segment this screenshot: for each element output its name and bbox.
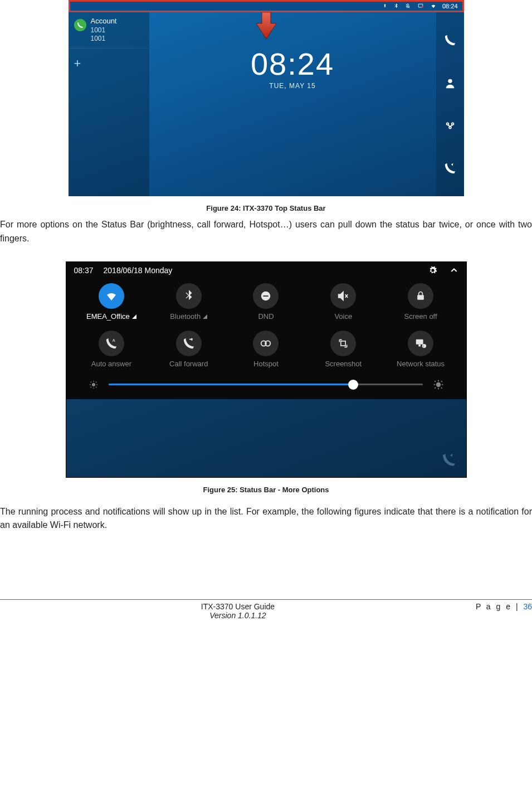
qs-voice-tile[interactable]: Voice <box>305 281 382 325</box>
svg-rect-13 <box>418 344 421 346</box>
screenshot-icon <box>338 338 349 349</box>
account-sidebar: Account 1001 1001 + <box>69 12 149 196</box>
page-footer: ITX-3370 User Guide Version 1.0.1.12 P a… <box>0 602 532 620</box>
account-label: Account <box>91 17 117 26</box>
transfer-icon <box>442 453 456 467</box>
qs-header: 08:37 2018/06/18 Monday <box>66 262 466 279</box>
hotspot-off-icon <box>417 3 424 9</box>
bluetooth-icon <box>183 290 195 302</box>
qs-hotspot-tile[interactable]: Hotspot <box>227 328 305 372</box>
wifi-icon <box>430 3 437 9</box>
qs-autoanswer-label: Auto answer <box>91 360 131 368</box>
qs-screenshot-tile[interactable]: Screenshot <box>305 328 382 372</box>
settings-icon[interactable] <box>428 266 437 275</box>
qs-screenshot-label: Screenshot <box>325 360 362 368</box>
svg-point-14 <box>422 344 426 348</box>
svg-point-17 <box>436 382 440 386</box>
brightness-slider[interactable] <box>66 372 466 399</box>
red-arrow-icon <box>255 12 277 39</box>
voice-off-icon <box>404 3 411 9</box>
svg-point-0 <box>421 6 423 8</box>
clock-date: TUE, MAY 15 <box>251 82 334 90</box>
qs-wifi-label: EMEA_Office <box>86 312 130 321</box>
bluetooth-icon <box>393 3 399 9</box>
qs-date: 2018/06/18 Monday <box>104 266 173 275</box>
qs-network-label: Network status <box>397 360 445 368</box>
wifi-icon <box>105 289 118 303</box>
account-num2: 1001 <box>91 35 117 43</box>
auto-answer-icon: A <box>105 337 118 350</box>
brightness-low-icon <box>89 380 99 390</box>
svg-rect-12 <box>416 339 423 344</box>
svg-point-16 <box>92 383 95 386</box>
qs-background <box>66 399 466 477</box>
status-bar: 08:24 <box>69 0 464 12</box>
dnd-icon <box>260 290 272 302</box>
dropdown-icon <box>203 314 207 319</box>
footer-title: ITX-3370 User Guide <box>0 602 476 611</box>
status-bar-time: 08:24 <box>442 3 458 9</box>
voice-mute-icon <box>337 290 349 302</box>
phone-icon[interactable] <box>444 34 456 46</box>
svg-rect-11 <box>341 341 345 345</box>
svg-point-2 <box>446 123 448 125</box>
svg-rect-6 <box>263 295 269 297</box>
qs-bluetooth-label: Bluetooth <box>170 312 201 321</box>
brightness-high-icon <box>433 379 444 390</box>
paragraph-2: The running process and notifications wi… <box>0 505 532 533</box>
call-forward-icon <box>183 337 195 350</box>
qs-autoanswer-tile[interactable]: A Auto answer <box>73 328 150 372</box>
lock-icon <box>415 290 426 302</box>
svg-point-3 <box>451 123 453 125</box>
qs-time: 08:37 <box>74 266 94 275</box>
conference-icon[interactable] <box>444 119 456 132</box>
footer-page-num: 36 <box>523 602 532 611</box>
phone-status-icon <box>74 19 86 31</box>
hotspot-icon <box>260 337 272 350</box>
account-item[interactable]: Account 1001 1001 <box>69 12 149 49</box>
right-action-bar <box>436 12 464 196</box>
qs-wifi-tile[interactable]: EMEA_Office <box>73 281 150 325</box>
dropdown-icon <box>132 314 136 319</box>
home-clock: 08:24 TUE, MAY 15 <box>251 46 334 90</box>
qs-callforward-tile[interactable]: Call forward <box>150 328 227 372</box>
qs-screenoff-label: Screen off <box>404 312 437 321</box>
qs-hotspot-label: Hotspot <box>253 360 279 368</box>
figure-25: 08:37 2018/06/18 Monday EMEA_Office <box>66 261 467 478</box>
network-status-icon: i <box>414 337 427 350</box>
footer-page-label: P a g e | <box>476 602 524 611</box>
svg-text:A: A <box>113 338 115 343</box>
footer-version: Version 1.0.1.12 <box>0 611 476 620</box>
figure-24: 08:24 Account 1001 1001 <box>69 0 464 196</box>
upload-icon <box>382 3 388 9</box>
qs-bluetooth-tile[interactable]: Bluetooth <box>150 281 227 325</box>
qs-voice-label: Voice <box>334 312 352 321</box>
qs-dnd-tile[interactable]: DND <box>227 281 305 325</box>
qs-screenoff-tile[interactable]: Screen off <box>382 281 460 325</box>
figure-25-caption: Figure 25: Status Bar - More Options <box>0 486 532 494</box>
qs-callforward-label: Call forward <box>169 360 208 368</box>
add-account-button[interactable]: + <box>69 49 149 79</box>
svg-point-1 <box>448 79 452 83</box>
brightness-track[interactable] <box>109 384 423 385</box>
contact-icon[interactable] <box>444 77 456 89</box>
qs-network-tile[interactable]: i Network status <box>382 328 460 372</box>
svg-rect-7 <box>417 295 424 299</box>
collapse-icon[interactable] <box>450 266 458 275</box>
svg-text:i: i <box>423 345 424 348</box>
transfer-icon[interactable] <box>444 162 456 174</box>
account-num1: 1001 <box>91 26 117 35</box>
qs-dnd-label: DND <box>258 312 274 321</box>
paragraph-1: For more options on the Status Bar (brig… <box>0 218 532 246</box>
clock-time: 08:24 <box>251 46 334 82</box>
brightness-thumb[interactable] <box>348 380 358 390</box>
footer-rule <box>0 599 532 600</box>
figure-24-caption: Figure 24: ITX-3370 Top Status Bar <box>0 204 532 212</box>
